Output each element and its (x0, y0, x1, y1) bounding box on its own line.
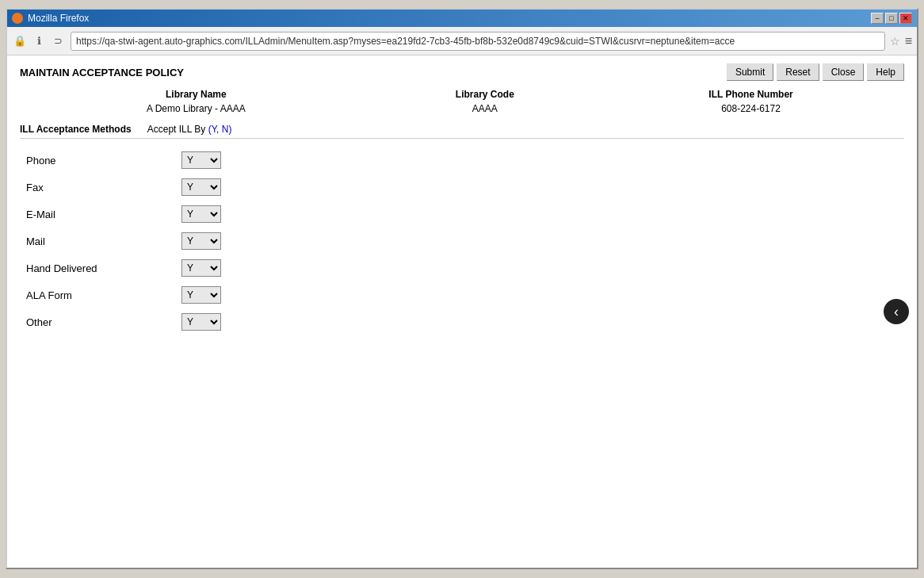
method-label-e-mail: E-Mail (26, 209, 169, 220)
methods-list: PhoneYNFaxYNE-MailYNMailYNHand Delivered… (20, 151, 904, 331)
method-select-hand-delivered[interactable]: YN (181, 259, 221, 277)
rss-icon: ⊃ (50, 33, 66, 49)
titlebar-left: Mozilla Firefox (12, 13, 89, 24)
method-label-other: Other (26, 316, 169, 328)
page-title: MAINTAIN ACCEPTANCE POLICY (20, 67, 184, 78)
ill-phone-col-header: ILL Phone Number (598, 87, 904, 101)
action-buttons: Submit Reset Close Help (727, 63, 904, 81)
window-close-button[interactable]: ✕ (899, 13, 912, 24)
close-button[interactable]: Close (823, 63, 865, 81)
yn-note: (Y, N) (208, 124, 232, 135)
address-bar[interactable]: https://qa-stwi-agent.auto-graphics.com/… (71, 32, 885, 51)
minimize-button[interactable]: – (871, 13, 884, 24)
method-row: MailYN (26, 232, 904, 250)
method-row: E-MailYN (26, 205, 904, 223)
method-row: FaxYN (26, 178, 904, 196)
security-icon: 🔒 (12, 33, 28, 49)
method-select-mail[interactable]: YN (181, 232, 221, 250)
library-code-col-header: Library Code (372, 87, 598, 101)
library-name-value: A Demo Library - AAAA (20, 101, 372, 116)
titlebar: Mozilla Firefox – □ ✕ (7, 10, 917, 27)
method-select-e-mail[interactable]: YN (181, 205, 221, 223)
method-select-phone[interactable]: YN (181, 151, 221, 169)
ill-acceptance-label: ILL Acceptance Methods (20, 124, 132, 135)
method-label-mail: Mail (26, 235, 169, 247)
library-name-col-header: Library Name (20, 87, 372, 101)
help-button[interactable]: Help (867, 63, 904, 81)
method-label-phone: Phone (26, 155, 169, 167)
firefox-icon (12, 13, 23, 24)
method-row: OtherYN (26, 313, 904, 331)
method-row: PhoneYN (26, 151, 904, 169)
method-select-ala-form[interactable]: YN (181, 286, 221, 304)
window-title: Mozilla Firefox (28, 13, 89, 24)
accept-ill-by-label: Accept ILL By (Y, N) (147, 124, 232, 135)
url-text: https://qa-stwi-agent.auto-graphics.com/… (76, 36, 735, 47)
method-row: ALA FormYN (26, 286, 904, 304)
window-controls: – □ ✕ (871, 13, 912, 24)
page-content: MAINTAIN ACCEPTANCE POLICY Submit Reset … (7, 56, 917, 568)
method-row: Hand DeliveredYN (26, 259, 904, 277)
reset-button[interactable]: Reset (777, 63, 819, 81)
page-header: MAINTAIN ACCEPTANCE POLICY Submit Reset … (20, 63, 904, 81)
method-select-fax[interactable]: YN (181, 178, 221, 196)
section-header: ILL Acceptance Methods Accept ILL By (Y,… (20, 124, 904, 139)
nav-icons: 🔒 ℹ ⊃ (12, 33, 66, 49)
library-info-table: Library Name Library Code ILL Phone Numb… (20, 87, 904, 116)
method-label-ala-form: ALA Form (26, 289, 169, 301)
back-arrow-button[interactable]: ‹ (884, 299, 909, 324)
bookmark-icon[interactable]: ☆ (890, 35, 900, 48)
menu-icon[interactable]: ≡ (905, 34, 912, 48)
submit-button[interactable]: Submit (727, 63, 773, 81)
library-code-value: AAAA (372, 101, 598, 116)
maximize-button[interactable]: □ (885, 13, 898, 24)
method-label-fax: Fax (26, 182, 169, 193)
info-icon: ℹ (31, 33, 47, 49)
method-label-hand-delivered: Hand Delivered (26, 262, 169, 274)
method-select-other[interactable]: YN (181, 313, 221, 331)
address-toolbar: 🔒 ℹ ⊃ https://qa-stwi-agent.auto-graphic… (7, 27, 917, 56)
ill-phone-value: 608-224-6172 (598, 101, 904, 116)
